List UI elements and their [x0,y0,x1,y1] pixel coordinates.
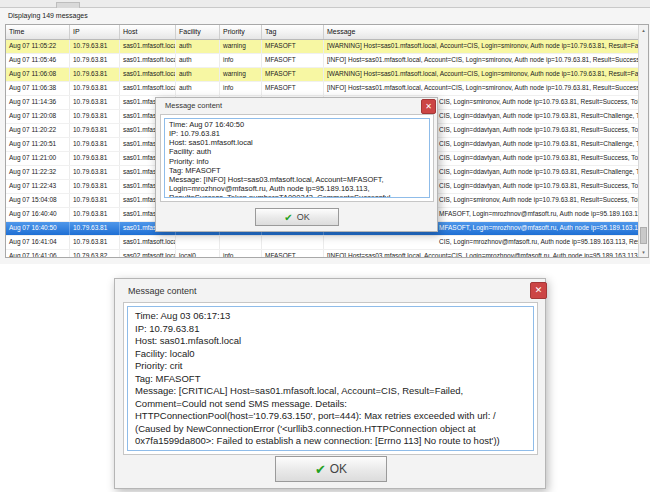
column-header-tag[interactable]: Tag [262,25,324,39]
message-text-panel: Time: Aug 07 16:40:50 IP: 10.79.63.81 Ho… [160,114,434,202]
cell-ip: 10.79.63.81 [70,180,120,193]
message-text-panel: Time: Aug 03 06:17:13 IP: 10.79.63.81 Ho… [123,302,538,455]
column-header-priority[interactable]: Priority [220,25,262,39]
cell-priority [220,236,262,249]
table-header-row: TimeIPHostFacilityPriorityTagMessage [6,25,638,40]
cell-time: Aug 07 11:05:22 [6,40,70,53]
cell-priority: info [220,54,262,67]
table-row[interactable]: Aug 07 11:05:46 10.79.63.81 sas01.mfasof… [6,54,638,68]
table-row[interactable]: Aug 07 11:05:22 10.79.63.81 sas01.mfasof… [6,40,638,54]
cell-tag: MFASOFT [262,82,324,95]
check-icon: ✔ [284,212,292,223]
close-icon[interactable]: ✕ [530,282,547,299]
cell-tag: MFASOFT [262,250,324,257]
cell-ip: 10.79.63.81 [70,40,120,53]
scroll-down-icon[interactable]: ▾ [639,247,648,257]
ok-button-label: OK [330,462,347,476]
column-header-message[interactable]: Message [324,25,638,39]
cell-message: [WARNING] Host=sas01.mfasoft.local, Acco… [324,40,638,53]
cell-tag: MFASOFT [262,54,324,67]
message-text[interactable]: Time: Aug 07 16:40:50 IP: 10.79.63.81 Ho… [164,118,430,198]
message-text[interactable]: Time: Aug 03 06:17:13 IP: 10.79.63.81 Ho… [127,306,534,451]
column-header-host[interactable]: Host [120,25,176,39]
cell-facility: auth [176,68,220,81]
cell-message: [INFO] Host=sas01.mfasoft.local, Account… [324,82,638,95]
close-icon[interactable]: ✕ [421,99,436,114]
cell-message: CIS, Login=mrozhnov@mfasoft.ru, Auth nod… [324,236,638,249]
cell-time: Aug 07 11:20:51 [6,138,70,151]
column-header-facility[interactable]: Facility [176,25,220,39]
cell-ip: 10.79.63.81 [70,54,120,67]
cell-ip: 10.79.63.81 [70,152,120,165]
cell-facility: auth [176,40,220,53]
cell-host: sas01.mfasoft.local [120,54,176,67]
cell-tag: MFASOFT [262,68,324,81]
cell-time: Aug 07 11:05:46 [6,54,70,67]
cell-ip: 10.79.63.81 [70,194,120,207]
table-row[interactable]: Aug 07 11:06:38 10.79.63.81 sas01.mfasof… [6,82,638,96]
cell-time: Aug 07 11:06:08 [6,68,70,81]
cell-ip: 10.79.63.81 [70,166,120,179]
scroll-up-icon[interactable]: ▴ [639,25,648,35]
cell-time: Aug 07 11:14:36 [6,96,70,109]
status-text: Displaying 149 messages [8,12,88,19]
message-content-dialog-top: Message content ✕ Time: Aug 07 16:40:50 … [155,97,438,232]
vertical-scrollbar[interactable]: ▴ ▾ [638,25,648,257]
cell-priority: info [220,82,262,95]
cell-priority: info [220,250,262,257]
cell-priority: warning [220,68,262,81]
ok-button[interactable]: ✔ OK [275,456,387,482]
cell-facility: local0 [176,250,220,257]
cell-ip: 10.79.63.81 [70,68,120,81]
cell-tag: MFASOFT [262,40,324,53]
cell-ip: 10.79.63.81 [70,82,120,95]
cell-host: sas01.mfasoft.local [120,236,176,249]
cell-facility [176,236,220,249]
cell-message: [WARNING] Host=sas01.mfasoft.local, Acco… [324,68,638,81]
cell-ip: 10.79.63.81 [70,124,120,137]
cell-time: Aug 07 11:22:32 [6,166,70,179]
cell-time: Aug 07 11:06:38 [6,82,70,95]
cell-time: Aug 07 15:04:08 [6,194,70,207]
cell-facility: auth [176,82,220,95]
cell-ip: 10.79.63.81 [70,236,120,249]
cell-facility: auth [176,54,220,67]
cell-message: [INFO] Host=sas01.mfasoft.local, Account… [324,54,638,67]
cell-host: sas01.mfasoft.local [120,68,176,81]
ok-button-label: OK [297,212,310,222]
cell-priority: warning [220,40,262,53]
ok-button[interactable]: ✔ OK [255,208,339,226]
cell-ip: 10.79.63.82 [70,250,120,257]
table-row[interactable]: Aug 07 16:41:06 10.79.63.82 sas02.mfasof… [6,250,638,257]
message-content-dialog-bottom: Message content ✕ Time: Aug 03 06:17:13 … [114,278,546,489]
cell-message: [INFO] Host=sas03.mfasoft.local, Account… [324,250,638,257]
cell-host: sas01.mfasoft.local [120,82,176,95]
cell-time: Aug 07 11:22:43 [6,180,70,193]
cell-ip: 10.79.63.81 [70,222,120,235]
dialog-title: Message content [128,286,197,296]
cell-ip: 10.79.63.81 [70,110,120,123]
table-row[interactable]: Aug 07 16:41:04 10.79.63.81 sas01.mfasof… [6,236,638,250]
cell-time: Aug 07 16:41:06 [6,250,70,257]
column-header-time[interactable]: Time [6,25,70,39]
cell-host: sas01.mfasoft.local [120,40,176,53]
cell-time: Aug 07 11:21:00 [6,152,70,165]
dialog-title: Message content [165,101,222,110]
cell-time: Aug 07 11:20:22 [6,124,70,137]
cell-ip: 10.79.63.81 [70,138,120,151]
cell-time: Aug 07 16:40:40 [6,208,70,221]
table-row[interactable]: Aug 07 11:06:08 10.79.63.81 sas01.mfasof… [6,68,638,82]
cell-tag [262,236,324,249]
scrollbar-thumb[interactable] [640,227,647,244]
check-icon: ✔ [315,462,326,477]
cell-time: Aug 07 11:20:08 [6,110,70,123]
cell-time: Aug 07 16:40:50 [6,222,70,235]
column-header-ip[interactable]: IP [70,25,120,39]
cell-ip: 10.79.63.81 [70,96,120,109]
cell-time: Aug 07 16:41:04 [6,236,70,249]
cell-ip: 10.79.63.81 [70,208,120,221]
cell-host: sas02.mfasoft.local [120,250,176,257]
top-splitter-bar [0,0,650,8]
